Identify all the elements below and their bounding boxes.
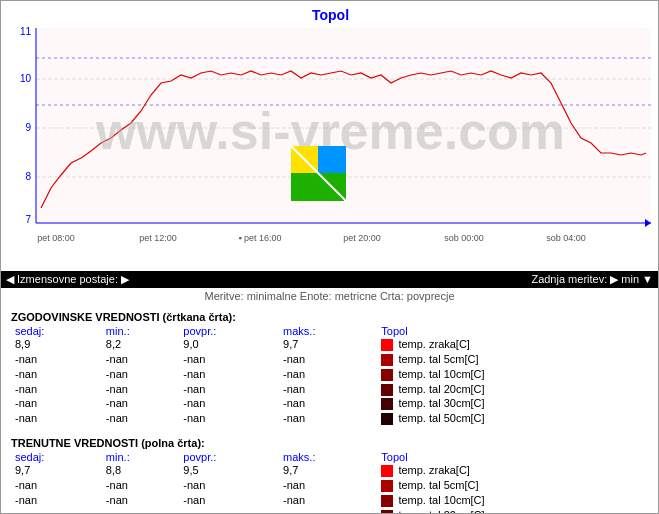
cell-min: -nan [102,508,179,514]
cell-povpr: -nan [179,508,279,514]
historical-section: ZGODOVINSKE VREDNOSTI (črtkana črta): se… [1,304,658,430]
cell-sedaj: -nan [11,382,102,397]
cell-sensor: temp. tal 20cm[C] [377,382,648,397]
sensor-label: temp. tal 20cm[C] [398,509,484,514]
svg-text:8: 8 [25,171,31,182]
color-indicator [381,413,393,425]
cell-min: 8,2 [102,337,179,352]
cell-min: 8,8 [102,463,179,478]
color-indicator [381,339,393,351]
historical-columns: sedaj: min.: povpr.: maks.: Topol [11,325,648,337]
cell-maks: -nan [279,367,377,382]
cell-sedaj: -nan [11,352,102,367]
cell-maks: -nan [279,493,377,508]
cell-sensor: temp. tal 20cm[C] [377,508,648,514]
cell-sedaj: -nan [11,396,102,411]
nav-left[interactable]: ◀ Izmensovne postaje: ▶ [6,273,129,286]
col-sedaj: sedaj: [11,325,102,337]
cell-min: -nan [102,367,179,382]
current-columns: sedaj: min.: povpr.: maks.: Topol [11,451,648,463]
sensor-label: temp. zraka[C] [398,338,470,350]
cell-povpr: -nan [179,352,279,367]
cell-sedaj: 9,7 [11,463,102,478]
svg-text:pet 08:00: pet 08:00 [37,233,75,243]
historical-table: sedaj: min.: povpr.: maks.: Topol 8,9 8,… [11,325,648,426]
table-row: -nan -nan -nan -nan temp. tal 10cm[C] [11,493,648,508]
cell-sensor: temp. tal 5cm[C] [377,352,648,367]
chart-svg: 11 10 9 8 7 pet 08:00 pet 12:00 ▪ pet 16… [1,23,659,253]
col-min-c: min.: [102,451,179,463]
col-povpr-c: povpr.: [179,451,279,463]
table-row: -nan -nan -nan -nan temp. tal 50cm[C] [11,411,648,426]
cell-maks: -nan [279,508,377,514]
cell-min: -nan [102,478,179,493]
cell-maks: -nan [279,478,377,493]
cell-povpr: -nan [179,478,279,493]
cell-maks: -nan [279,382,377,397]
sensor-label: temp. tal 5cm[C] [398,479,478,491]
cell-sensor: temp. tal 10cm[C] [377,367,648,382]
sensor-label: temp. tal 20cm[C] [398,383,484,395]
cell-sensor: temp. tal 30cm[C] [377,396,648,411]
table-row: -nan -nan -nan -nan temp. tal 5cm[C] [11,352,648,367]
sensor-label: temp. tal 50cm[C] [398,412,484,424]
cell-sedaj: -nan [11,478,102,493]
color-indicator [381,354,393,366]
cell-sensor: temp. tal 5cm[C] [377,478,648,493]
cell-sensor: temp. zraka[C] [377,463,648,478]
cell-povpr: 9,5 [179,463,279,478]
cell-povpr: -nan [179,382,279,397]
table-row: -nan -nan -nan -nan temp. tal 10cm[C] [11,367,648,382]
color-indicator [381,465,393,477]
bottom-bar[interactable]: ◀ Izmensovne postaje: ▶ Zadnja meritev: … [1,271,658,288]
svg-text:11: 11 [20,26,32,37]
col-topol-c: Topol [377,451,648,463]
nav-right[interactable]: Zadnja meritev: ▶ min ▼ [531,273,653,286]
cell-maks: 9,7 [279,337,377,352]
cell-maks: -nan [279,396,377,411]
col-maks: maks.: [279,325,377,337]
cell-sensor: temp. zraka[C] [377,337,648,352]
cell-povpr: -nan [179,493,279,508]
cell-maks: 9,7 [279,463,377,478]
table-row: 8,9 8,2 9,0 9,7 temp. zraka[C] [11,337,648,352]
current-header: TRENUTNE VREDNOSTI (polna črta): [11,437,648,449]
col-sedaj-c: sedaj: [11,451,102,463]
cell-povpr: -nan [179,396,279,411]
cell-sensor: temp. tal 50cm[C] [377,411,648,426]
table-row: -nan -nan -nan -nan temp. tal 20cm[C] [11,508,648,514]
color-indicator [381,398,393,410]
cell-min: -nan [102,352,179,367]
svg-text:pet 12:00: pet 12:00 [139,233,177,243]
svg-text:▪ pet 16:00: ▪ pet 16:00 [238,233,281,243]
col-topol: Topol [377,325,648,337]
cell-povpr: -nan [179,367,279,382]
svg-text:9: 9 [25,122,31,133]
info-line: Meritve: minimalne Enote: metricne Crta:… [1,288,658,304]
cell-sensor: temp. tal 10cm[C] [377,493,648,508]
cell-sedaj: 8,9 [11,337,102,352]
table-row: -nan -nan -nan -nan temp. tal 30cm[C] [11,396,648,411]
svg-text:pet 20:00: pet 20:00 [343,233,381,243]
sensor-label: temp. tal 30cm[C] [398,397,484,409]
color-indicator [381,510,393,514]
cell-povpr: 9,0 [179,337,279,352]
cell-povpr: -nan [179,411,279,426]
sensor-label: temp. tal 10cm[C] [398,368,484,380]
color-indicator [381,495,393,507]
sensor-label: temp. zraka[C] [398,464,470,476]
svg-text:sob 04:00: sob 04:00 [546,233,586,243]
sensor-label: temp. tal 5cm[C] [398,353,478,365]
chart-container: Topol www.si-vreme.com 11 10 9 8 [1,1,659,271]
col-min: min.: [102,325,179,337]
cell-sedaj: -nan [11,367,102,382]
svg-text:7: 7 [25,214,31,225]
cell-min: -nan [102,493,179,508]
chart-title: Topol [1,1,659,23]
cell-maks: -nan [279,352,377,367]
table-row: -nan -nan -nan -nan temp. tal 5cm[C] [11,478,648,493]
table-row: 9,7 8,8 9,5 9,7 temp. zraka[C] [11,463,648,478]
cell-min: -nan [102,411,179,426]
current-section: TRENUTNE VREDNOSTI (polna črta): sedaj: … [1,430,658,514]
color-indicator [381,369,393,381]
